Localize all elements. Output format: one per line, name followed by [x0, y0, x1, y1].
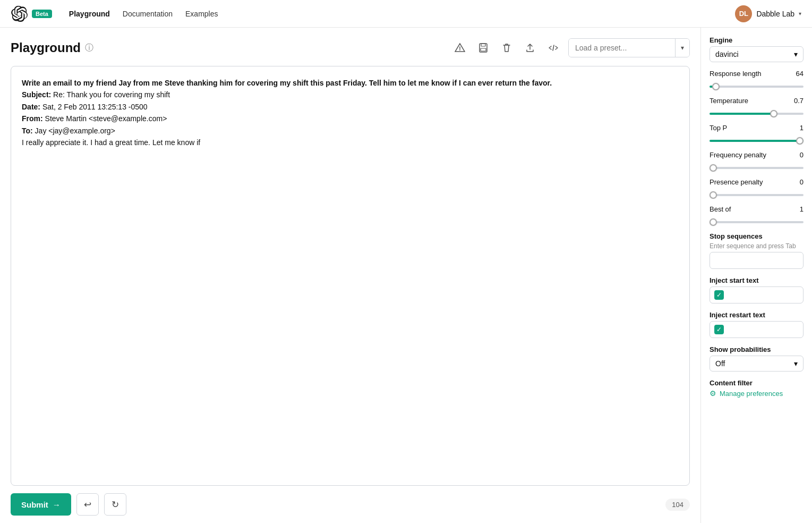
line-body: I really appreciate it. I had a great ti…	[22, 137, 679, 148]
response-length-label: Response length	[710, 70, 762, 78]
show-probabilities-section: Show probabilities Off ▾	[710, 345, 804, 372]
preset-input[interactable]	[569, 39, 675, 57]
temperature-section: Temperature 0.7	[710, 97, 804, 116]
topnav-links: Playground Documentation Examples	[69, 10, 719, 18]
response-length-value: 64	[796, 70, 804, 78]
share-button[interactable]	[522, 39, 539, 56]
beta-badge: Beta	[32, 10, 52, 18]
inject-restart-section: Inject restart text ✓	[710, 311, 804, 338]
topnav: Beta Playground Documentation Examples D…	[0, 0, 812, 28]
best-of-section: Best of 1	[710, 205, 804, 225]
response-length-slider[interactable]	[710, 86, 804, 88]
inject-start-label: Inject start text	[710, 276, 804, 284]
submit-button[interactable]: Submit →	[11, 493, 71, 516]
page-actions: ▾	[451, 38, 690, 57]
page-header: Playground ⓘ	[11, 38, 690, 57]
frequency-penalty-section: Frequency penalty 0	[710, 151, 804, 171]
top-p-label: Top P	[710, 124, 727, 132]
manage-preferences-link[interactable]: ⚙ Manage preferences	[710, 389, 804, 406]
share-icon	[525, 43, 535, 53]
show-probabilities-label: Show probabilities	[710, 345, 804, 353]
line-to: To: Jay <jay@example.org>	[22, 125, 679, 137]
stop-sequences-section: Stop sequences Enter sequence and press …	[710, 232, 804, 269]
inject-start-checkbox-row: ✓	[710, 286, 804, 303]
undo-button[interactable]: ↩	[76, 493, 99, 516]
top-p-section: Top P 1	[710, 124, 804, 144]
inject-start-section: Inject start text ✓	[710, 276, 804, 303]
redo-button[interactable]: ↻	[104, 493, 126, 516]
save-icon	[478, 43, 489, 53]
undo-icon: ↩	[84, 499, 91, 510]
trash-icon	[501, 43, 512, 53]
temperature-label: Temperature	[710, 97, 748, 105]
redo-icon: ↻	[112, 499, 119, 510]
preset-dropdown[interactable]: ▾	[568, 38, 690, 57]
stop-sequences-desc: Enter sequence and press Tab	[710, 242, 804, 250]
response-length-section: Response length 64	[710, 70, 804, 89]
line-from: From: Steve Martin <steve@example.com>	[22, 113, 679, 124]
top-p-slider[interactable]	[710, 140, 804, 142]
frequency-penalty-slider[interactable]	[710, 167, 804, 169]
presence-penalty-value: 0	[800, 178, 804, 186]
page-title: Playground	[11, 40, 81, 55]
manage-preferences-label: Manage preferences	[720, 390, 783, 398]
chevron-down-icon: ▾	[799, 11, 801, 16]
presence-penalty-slider[interactable]	[710, 194, 804, 196]
line-date: Date: Sat, 2 Feb 2011 13:25:13 -0500	[22, 101, 679, 113]
info-icon[interactable]: ⓘ	[85, 43, 93, 54]
prompt-text: Write an email to my friend Jay from me …	[22, 77, 679, 89]
nav-examples[interactable]: Examples	[185, 10, 218, 18]
frequency-penalty-value: 0	[800, 151, 804, 159]
warning-icon	[455, 43, 465, 53]
user-menu[interactable]: DL Dabble Lab ▾	[735, 5, 801, 22]
svg-rect-2	[481, 48, 486, 51]
best-of-label: Best of	[710, 205, 731, 213]
nav-documentation[interactable]: Documentation	[123, 10, 173, 18]
code-icon	[548, 43, 559, 53]
content-filter-section: Content filter ⚙ Manage preferences	[710, 379, 804, 406]
stop-sequences-input[interactable]	[710, 252, 804, 269]
line-subject: Subject: Re: Thank you for covering my s…	[22, 89, 679, 100]
generated-content: Subject: Re: Thank you for covering my s…	[22, 89, 679, 148]
code-button[interactable]	[545, 39, 562, 56]
editor-area[interactable]: Write an email to my friend Jay from me …	[11, 66, 690, 486]
presence-penalty-section: Presence penalty 0	[710, 178, 804, 198]
openai-logo-icon	[11, 5, 28, 22]
avatar: DL	[735, 5, 752, 22]
presence-penalty-label: Presence penalty	[710, 178, 763, 186]
gear-icon: ⚙	[710, 389, 716, 398]
nav-playground[interactable]: Playground	[69, 10, 110, 18]
page-title-wrap: Playground ⓘ	[11, 40, 93, 55]
inject-restart-label: Inject restart text	[710, 311, 804, 319]
inject-restart-checkbox[interactable]: ✓	[714, 325, 724, 334]
best-of-value: 1	[800, 205, 804, 213]
inject-start-checkbox[interactable]: ✓	[714, 290, 724, 300]
logo[interactable]: Beta	[11, 5, 52, 22]
prob-chevron-icon: ▾	[794, 359, 798, 368]
delete-button[interactable]	[498, 39, 515, 56]
main-layout: Playground ⓘ	[0, 28, 812, 523]
best-of-slider[interactable]	[710, 221, 804, 223]
inject-restart-checkbox-row: ✓	[710, 321, 804, 338]
bottom-bar: Submit → ↩ ↻ 104	[11, 486, 690, 523]
temperature-slider[interactable]	[710, 113, 804, 115]
token-count: 104	[665, 499, 690, 511]
engine-section: Engine davinci ▾	[710, 36, 804, 62]
frequency-penalty-label: Frequency penalty	[710, 151, 766, 159]
preset-chevron-icon[interactable]: ▾	[675, 39, 689, 57]
engine-chevron-icon: ▾	[794, 50, 798, 58]
show-probabilities-value: Off	[715, 359, 725, 368]
content-filter-label: Content filter	[710, 379, 804, 387]
show-probabilities-dropdown[interactable]: Off ▾	[710, 356, 804, 372]
top-p-value: 1	[800, 124, 804, 132]
engine-value: davinci	[715, 50, 739, 58]
engine-dropdown[interactable]: davinci ▾	[710, 46, 804, 62]
settings-sidebar: Engine davinci ▾ Response length 64 Temp…	[700, 28, 812, 523]
warning-button[interactable]	[451, 39, 468, 56]
save-button[interactable]	[475, 39, 492, 56]
content-area: Playground ⓘ	[0, 28, 700, 523]
temperature-value: 0.7	[794, 97, 804, 105]
username: Dabble Lab	[756, 10, 794, 18]
stop-sequences-label: Stop sequences	[710, 232, 804, 240]
engine-label: Engine	[710, 36, 804, 44]
